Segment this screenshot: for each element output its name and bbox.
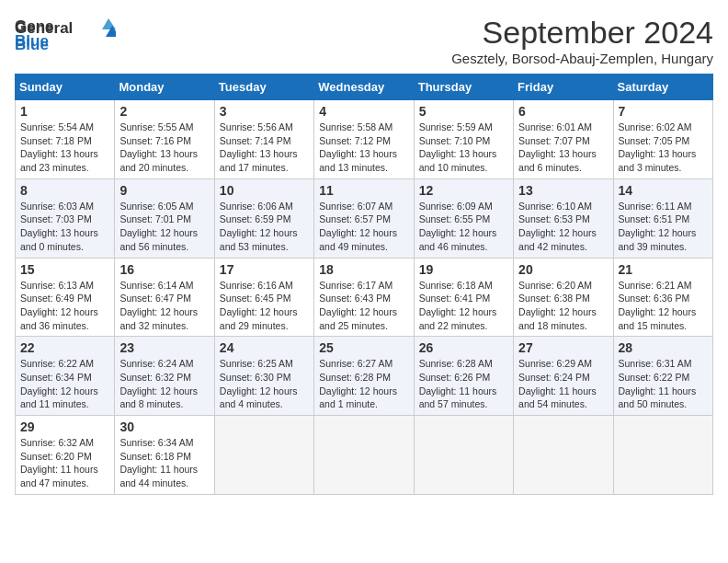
table-row: 1Sunrise: 5:54 AM Sunset: 7:18 PM Daylig… [16, 100, 115, 179]
day-info: Sunrise: 5:59 AM Sunset: 7:10 PM Dayligh… [419, 121, 508, 175]
table-row: 28Sunrise: 6:31 AM Sunset: 6:22 PM Dayli… [613, 337, 712, 416]
day-info: Sunrise: 6:11 AM Sunset: 6:51 PM Dayligh… [619, 200, 708, 254]
day-info: Sunrise: 6:28 AM Sunset: 6:26 PM Dayligh… [419, 357, 508, 411]
table-row: 2Sunrise: 5:55 AM Sunset: 7:16 PM Daylig… [115, 100, 214, 179]
day-number: 29 [20, 419, 109, 434]
table-row: 7Sunrise: 6:02 AM Sunset: 7:05 PM Daylig… [613, 100, 712, 179]
table-row: 20Sunrise: 6:20 AM Sunset: 6:38 PM Dayli… [514, 258, 613, 337]
col-tuesday: Tuesday [214, 75, 313, 100]
logo: General Blue General Blue [15, 15, 116, 57]
table-row: 9Sunrise: 6:05 AM Sunset: 7:01 PM Daylig… [115, 178, 214, 258]
calendar-table: Sunday Monday Tuesday Wednesday Thursday… [15, 74, 713, 495]
day-number: 28 [619, 340, 708, 355]
table-row: 4Sunrise: 5:58 AM Sunset: 7:12 PM Daylig… [314, 100, 414, 179]
day-number: 14 [619, 183, 708, 198]
day-number: 13 [518, 183, 608, 198]
title-block: September 2024 Gesztely, Borsod-Abauj-Ze… [451, 15, 713, 66]
day-info: Sunrise: 6:10 AM Sunset: 6:53 PM Dayligh… [518, 200, 608, 254]
calendar-week-row: 22Sunrise: 6:22 AM Sunset: 6:34 PM Dayli… [16, 337, 713, 416]
day-number: 25 [319, 340, 408, 355]
day-info: Sunrise: 6:27 AM Sunset: 6:28 PM Dayligh… [319, 357, 408, 411]
table-row [514, 416, 613, 495]
col-sunday: Sunday [16, 75, 115, 100]
day-number: 10 [220, 183, 309, 198]
table-row: 6Sunrise: 6:01 AM Sunset: 7:07 PM Daylig… [514, 100, 613, 179]
day-number: 30 [119, 419, 209, 434]
day-info: Sunrise: 6:20 AM Sunset: 6:38 PM Dayligh… [518, 279, 608, 333]
calendar-header-row: Sunday Monday Tuesday Wednesday Thursday… [16, 75, 713, 100]
day-info: Sunrise: 6:02 AM Sunset: 7:05 PM Dayligh… [619, 121, 708, 175]
page-header: General Blue General Blue September 2024… [15, 15, 713, 66]
table-row [214, 416, 313, 495]
day-info: Sunrise: 6:07 AM Sunset: 6:57 PM Dayligh… [319, 200, 408, 254]
day-number: 16 [119, 262, 209, 277]
day-info: Sunrise: 6:14 AM Sunset: 6:47 PM Dayligh… [119, 279, 209, 333]
month-title: September 2024 [451, 15, 713, 51]
day-info: Sunrise: 6:25 AM Sunset: 6:30 PM Dayligh… [220, 357, 309, 411]
day-number: 22 [20, 340, 109, 355]
table-row: 29Sunrise: 6:32 AM Sunset: 6:20 PM Dayli… [16, 416, 115, 495]
day-number: 6 [518, 104, 608, 119]
day-info: Sunrise: 5:56 AM Sunset: 7:14 PM Dayligh… [220, 121, 309, 175]
day-info: Sunrise: 6:34 AM Sunset: 6:18 PM Dayligh… [119, 436, 209, 490]
day-info: Sunrise: 6:17 AM Sunset: 6:43 PM Dayligh… [319, 279, 408, 333]
day-number: 23 [119, 340, 209, 355]
calendar-week-row: 15Sunrise: 6:13 AM Sunset: 6:49 PM Dayli… [16, 258, 713, 337]
logo-svg: General Blue [15, 17, 116, 53]
day-number: 5 [419, 104, 508, 119]
day-number: 9 [119, 183, 209, 198]
table-row: 5Sunrise: 5:59 AM Sunset: 7:10 PM Daylig… [414, 100, 513, 179]
col-friday: Friday [514, 75, 613, 100]
day-info: Sunrise: 6:01 AM Sunset: 7:07 PM Dayligh… [518, 121, 608, 175]
day-number: 18 [319, 262, 408, 277]
table-row: 10Sunrise: 6:06 AM Sunset: 6:59 PM Dayli… [214, 178, 313, 258]
table-row: 18Sunrise: 6:17 AM Sunset: 6:43 PM Dayli… [314, 258, 414, 337]
table-row: 24Sunrise: 6:25 AM Sunset: 6:30 PM Dayli… [214, 337, 313, 416]
day-number: 19 [419, 262, 508, 277]
table-row: 22Sunrise: 6:22 AM Sunset: 6:34 PM Dayli… [16, 337, 115, 416]
day-info: Sunrise: 6:13 AM Sunset: 6:49 PM Dayligh… [20, 279, 109, 333]
table-row: 13Sunrise: 6:10 AM Sunset: 6:53 PM Dayli… [514, 178, 613, 258]
table-row: 27Sunrise: 6:29 AM Sunset: 6:24 PM Dayli… [514, 337, 613, 416]
day-info: Sunrise: 6:03 AM Sunset: 7:03 PM Dayligh… [20, 200, 109, 254]
day-number: 7 [619, 104, 708, 119]
day-number: 27 [518, 340, 608, 355]
table-row: 16Sunrise: 6:14 AM Sunset: 6:47 PM Dayli… [115, 258, 214, 337]
day-info: Sunrise: 6:16 AM Sunset: 6:45 PM Dayligh… [220, 279, 309, 333]
table-row: 23Sunrise: 6:24 AM Sunset: 6:32 PM Dayli… [115, 337, 214, 416]
table-row [414, 416, 513, 495]
day-number: 11 [319, 183, 408, 198]
day-info: Sunrise: 6:29 AM Sunset: 6:24 PM Dayligh… [518, 357, 608, 411]
day-info: Sunrise: 5:55 AM Sunset: 7:16 PM Dayligh… [119, 121, 209, 175]
table-row: 19Sunrise: 6:18 AM Sunset: 6:41 PM Dayli… [414, 258, 513, 337]
day-number: 17 [220, 262, 309, 277]
calendar-week-row: 1Sunrise: 5:54 AM Sunset: 7:18 PM Daylig… [16, 100, 713, 179]
day-info: Sunrise: 6:05 AM Sunset: 7:01 PM Dayligh… [119, 200, 209, 254]
table-row: 12Sunrise: 6:09 AM Sunset: 6:55 PM Dayli… [414, 178, 513, 258]
day-info: Sunrise: 5:58 AM Sunset: 7:12 PM Dayligh… [319, 121, 408, 175]
day-info: Sunrise: 6:21 AM Sunset: 6:36 PM Dayligh… [619, 279, 708, 333]
table-row [613, 416, 712, 495]
day-number: 24 [220, 340, 309, 355]
table-row: 14Sunrise: 6:11 AM Sunset: 6:51 PM Dayli… [613, 178, 712, 258]
day-number: 26 [419, 340, 508, 355]
day-number: 12 [419, 183, 508, 198]
col-wednesday: Wednesday [314, 75, 414, 100]
day-number: 2 [119, 104, 209, 119]
day-info: Sunrise: 6:18 AM Sunset: 6:41 PM Dayligh… [419, 279, 508, 333]
table-row: 17Sunrise: 6:16 AM Sunset: 6:45 PM Dayli… [214, 258, 313, 337]
day-number: 21 [619, 262, 708, 277]
day-number: 4 [319, 104, 408, 119]
table-row: 21Sunrise: 6:21 AM Sunset: 6:36 PM Dayli… [613, 258, 712, 337]
day-number: 8 [20, 183, 109, 198]
svg-text:Blue: Blue [15, 36, 49, 53]
day-number: 20 [518, 262, 608, 277]
svg-marker-6 [102, 18, 116, 29]
col-thursday: Thursday [414, 75, 513, 100]
col-saturday: Saturday [613, 75, 712, 100]
day-number: 3 [220, 104, 309, 119]
day-info: Sunrise: 5:54 AM Sunset: 7:18 PM Dayligh… [20, 121, 109, 175]
location-subtitle: Gesztely, Borsod-Abauj-Zemplen, Hungary [451, 51, 713, 66]
table-row: 15Sunrise: 6:13 AM Sunset: 6:49 PM Dayli… [16, 258, 115, 337]
day-info: Sunrise: 6:09 AM Sunset: 6:55 PM Dayligh… [419, 200, 508, 254]
